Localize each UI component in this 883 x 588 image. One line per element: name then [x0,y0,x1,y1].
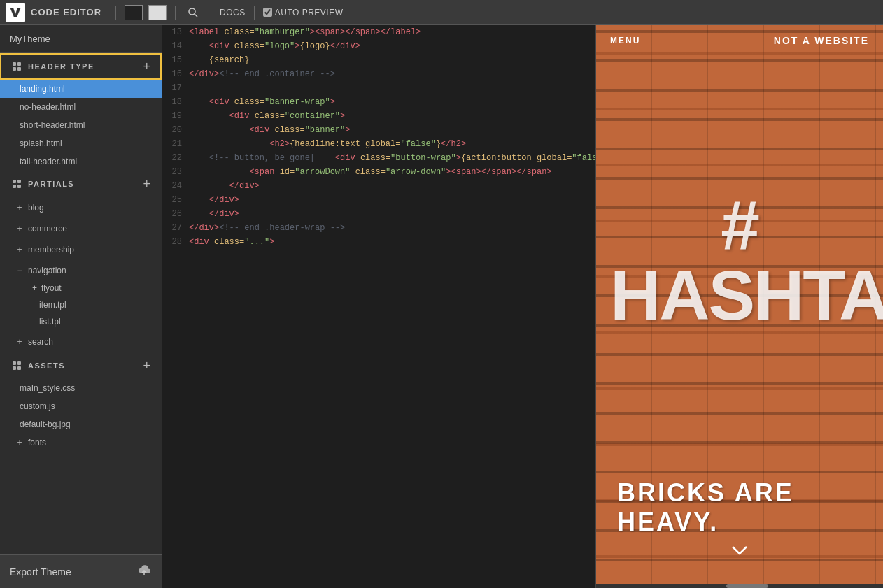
asset-main-style-css[interactable]: maIn_style.css [0,379,162,397]
code-line-23: 23 <span id="arrowDown" class="arrow-dow… [162,165,595,179]
code-line-15: 15 {search} [162,53,595,67]
navigation-sign: − [15,266,24,275]
hero-hashtag-text: # HASHTA [610,190,869,330]
divider [115,6,116,20]
dark-theme-btn[interactable] [125,5,143,20]
partial-flyout-header[interactable]: +flyout [0,280,162,296]
code-line-27: 27 </div><!-- end .header-wrap --> [162,221,595,235]
file-short-header-html[interactable]: short-header.html [0,116,162,134]
code-line-25: 25 </div> [162,193,595,207]
divider2 [175,6,176,20]
file-no-header-html[interactable]: no-header.html [0,98,162,116]
svg-rect-12 [17,361,21,365]
file-tall-header-html[interactable]: tall-header.html [0,152,162,171]
section-assets: ASSETS + [0,352,162,379]
header-section-icon [11,61,22,72]
commerce-sign: + [15,224,24,234]
docs-link[interactable]: DOCS [220,8,246,17]
blog-label: blog [28,203,44,213]
code-line-28: 28 <div class="..."> [162,235,595,249]
partial-group-search: + search [0,331,162,352]
file-landing-html[interactable]: landing.html [0,80,162,98]
partial-group-blog: + blog [0,197,162,218]
partial-search-header[interactable]: + search [0,333,162,351]
toolbar: CODE EDITOR DOCS AUTO PREVIEW [0,0,883,25]
section-partials: PARTIALS + [0,171,162,197]
partials-section-icon [11,178,22,189]
partial-navigation-header[interactable]: − navigation [0,261,162,280]
auto-preview-checkbox[interactable] [263,8,272,17]
app-title: CODE EDITOR [31,7,101,17]
blog-sign: + [15,203,24,213]
section-header-type: HEADER TYPE + [0,53,162,80]
navigation-label: navigation [28,266,66,275]
hero-tagline: BRICKS ARE HEAVY. [617,478,862,537]
partial-commerce-header[interactable]: + commerce [0,220,162,238]
svg-rect-10 [17,185,21,188]
svg-rect-3 [13,62,16,66]
svg-rect-11 [13,361,16,365]
file-item-tpl[interactable]: item.tpl [0,296,162,313]
search-icon[interactable] [184,3,202,22]
cloud-upload-icon[interactable] [136,564,152,579]
code-line-26: 26 </div> [162,207,595,221]
partials-label: PARTIALS [28,180,74,188]
svg-point-1 [189,8,195,15]
code-line-21: 21 <h2>{headline:text global="false"}</h… [162,137,595,151]
svg-marker-0 [10,8,20,17]
assets-label: ASSETS [28,361,65,370]
asset-custom-js[interactable]: custom.js [0,397,162,415]
preview-background: MENU NOT A WEBSITE # HASHTA BRICKS ARE H… [596,25,883,588]
auto-preview-toggle[interactable]: AUTO PREVIEW [263,8,344,17]
preview-bottom: BRICKS ARE HEAVY. [596,464,883,588]
preview-site-title: NOT A WEBSITE [774,35,869,46]
sidebar-body: HEADER TYPE + landing.html no-header.htm… [0,53,162,554]
code-line-19: 19 <div class="container"> [162,109,595,123]
svg-rect-14 [17,366,21,370]
search-label: search [28,337,53,347]
code-line-14: 14 <div class="logo">{logo}</div> [162,39,595,53]
add-header-btn[interactable]: + [143,60,150,73]
asset-default-bg-jpg[interactable]: default-bg.jpg [0,415,162,433]
preview-menu-label: MENU [610,36,640,45]
code-line-20: 20 <div class="banner"> [162,123,595,137]
add-asset-btn[interactable]: + [143,359,150,372]
partial-group-membership: + membership [0,239,162,260]
commerce-label: commerce [28,224,67,234]
svg-rect-9 [13,185,16,188]
svg-rect-6 [17,67,21,71]
preview-panel: MENU NOT A WEBSITE # HASHTA BRICKS ARE H… [596,25,883,588]
sidebar-footer: Export Theme [0,554,162,588]
fonts-label: fonts [28,438,46,447]
section-header-left: HEADER TYPE [11,61,94,72]
membership-label: membership [28,245,74,254]
partial-group-navigation: − navigation +flyout item.tpl list.tpl [0,260,162,331]
file-splash-html[interactable]: splash.html [0,134,162,152]
code-line-16: 16 </div><!-- end .container --> [162,67,595,81]
code-line-18: 18 <div class="banner-wrap"> [162,95,595,109]
auto-preview-label: AUTO PREVIEW [275,8,344,17]
search-sign: + [15,337,24,347]
code-line-13: 13 <label class="hamburger"><span></span… [162,25,595,39]
membership-sign: + [15,245,24,254]
file-list-tpl[interactable]: list.tpl [0,313,162,330]
code-line-22: 22 <!-- button, be gone| <div class="but… [162,151,595,165]
add-partial-btn[interactable]: + [143,178,150,190]
preview-hero: # HASHTA [596,176,883,344]
asset-fonts-header[interactable]: + fonts [0,433,162,452]
w-logo-icon [9,6,22,19]
section-partials-left: PARTIALS [11,178,74,189]
partial-group-commerce: + commerce [0,218,162,239]
svg-rect-4 [17,62,21,66]
code-line-24: 24 </div> [162,179,595,193]
header-type-label: HEADER TYPE [28,62,94,71]
code-editor-panel[interactable]: 13 <label class="hamburger"><span></span… [162,25,596,588]
fonts-sign: + [15,438,24,447]
partial-membership-header[interactable]: + membership [0,241,162,259]
preview-site-header: MENU NOT A WEBSITE [596,25,883,56]
assets-section-icon [11,360,22,371]
main-content: MyTheme HEADER TYPE + [0,25,883,588]
light-theme-btn[interactable] [148,5,167,20]
app-logo [6,3,25,22]
partial-blog-header[interactable]: + blog [0,199,162,217]
